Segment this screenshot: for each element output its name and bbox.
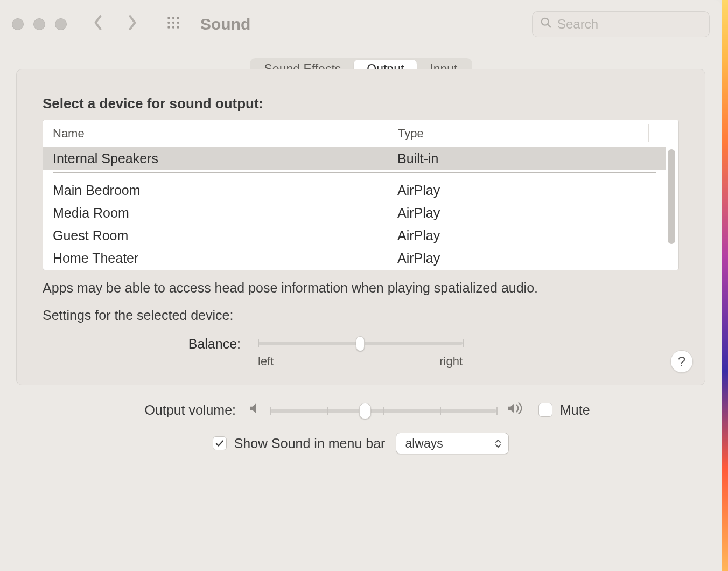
settings-heading: Settings for the selected device: bbox=[17, 300, 705, 336]
search-icon bbox=[540, 17, 552, 32]
output-device-table: Name Type Internal Speakers Built-in Mai… bbox=[43, 120, 679, 270]
device-type: Built-in bbox=[388, 151, 666, 166]
window-title: Sound bbox=[200, 15, 250, 33]
table-row[interactable]: Internal Speakers Built-in bbox=[43, 147, 666, 170]
table-row[interactable]: Guest Room AirPlay bbox=[43, 224, 666, 247]
help-icon: ? bbox=[678, 353, 685, 370]
toolbar: Sound bbox=[0, 0, 722, 48]
footer-controls: Output volume: bbox=[0, 385, 722, 454]
mute-checkbox[interactable] bbox=[538, 403, 552, 417]
help-button[interactable]: ? bbox=[670, 350, 693, 373]
show-all-button[interactable] bbox=[163, 13, 184, 35]
device-type: AirPlay bbox=[388, 205, 666, 221]
volume-thumb[interactable] bbox=[359, 403, 371, 419]
svg-point-5 bbox=[177, 21, 179, 23]
close-window-button[interactable] bbox=[12, 18, 24, 30]
device-name: Guest Room bbox=[43, 228, 388, 243]
volume-high-icon bbox=[505, 401, 527, 419]
svg-point-2 bbox=[177, 17, 179, 19]
device-name: Internal Speakers bbox=[43, 151, 388, 166]
show-in-menubar-checkbox[interactable] bbox=[213, 436, 227, 450]
svg-point-7 bbox=[172, 26, 174, 28]
balance-thumb[interactable] bbox=[356, 336, 365, 351]
column-header-type[interactable]: Type bbox=[388, 124, 648, 142]
spatial-audio-note: Apps may be able to access head pose inf… bbox=[17, 270, 705, 300]
sound-preferences-window: Sound Sound Effects Output Input Select … bbox=[0, 0, 722, 571]
back-button[interactable] bbox=[87, 13, 109, 35]
table-body: Internal Speakers Built-in Main Bedroom … bbox=[43, 147, 678, 269]
output-volume-slider[interactable] bbox=[270, 408, 496, 413]
search-input[interactable] bbox=[557, 17, 702, 32]
desktop-wallpaper-sliver bbox=[722, 0, 728, 571]
device-name: Home Theater bbox=[43, 250, 388, 266]
balance-label: Balance: bbox=[43, 336, 258, 352]
column-header-name[interactable]: Name bbox=[43, 120, 388, 147]
minimize-window-button[interactable] bbox=[33, 18, 45, 30]
balance-track bbox=[258, 342, 463, 345]
table-row[interactable]: Media Room AirPlay bbox=[43, 201, 666, 224]
balance-left-label: left bbox=[258, 354, 274, 368]
table-row[interactable]: Home Theater AirPlay bbox=[43, 247, 666, 269]
search-field[interactable] bbox=[532, 11, 710, 37]
svg-point-1 bbox=[172, 17, 174, 19]
output-volume-label: Output volume: bbox=[16, 402, 248, 418]
checkmark-icon bbox=[215, 438, 225, 448]
table-row[interactable]: Main Bedroom AirPlay bbox=[43, 179, 666, 201]
select-stepper-icon bbox=[494, 439, 502, 448]
table-header: Name Type bbox=[43, 120, 678, 147]
select-device-heading: Select a device for sound output: bbox=[17, 95, 705, 120]
svg-point-4 bbox=[172, 21, 174, 23]
mute-label: Mute bbox=[560, 402, 590, 418]
show-in-menubar-label: Show Sound in menu bar bbox=[234, 436, 386, 451]
device-name: Main Bedroom bbox=[43, 183, 388, 198]
forward-button[interactable] bbox=[122, 13, 143, 35]
svg-point-0 bbox=[167, 17, 170, 19]
window-traffic-lights bbox=[12, 18, 67, 30]
svg-line-10 bbox=[548, 24, 550, 26]
column-header-spacer bbox=[648, 124, 678, 142]
output-panel: Select a device for sound output: Name T… bbox=[16, 69, 705, 385]
svg-point-8 bbox=[177, 26, 179, 28]
balance-slider[interactable]: left right bbox=[258, 336, 463, 368]
device-type: AirPlay bbox=[388, 183, 666, 198]
table-separator bbox=[53, 172, 656, 173]
chevron-left-icon bbox=[92, 15, 104, 34]
svg-point-3 bbox=[167, 21, 170, 23]
menubar-visibility-select[interactable]: always bbox=[396, 433, 509, 454]
zoom-window-button[interactable] bbox=[55, 18, 67, 30]
select-value: always bbox=[405, 436, 443, 451]
device-type: AirPlay bbox=[388, 228, 666, 243]
volume-low-icon bbox=[248, 401, 262, 419]
chevron-right-icon bbox=[127, 15, 138, 34]
svg-point-6 bbox=[167, 26, 170, 28]
device-type: AirPlay bbox=[388, 250, 666, 266]
device-name: Media Room bbox=[43, 205, 388, 221]
grid-icon bbox=[166, 16, 180, 33]
table-scrollbar[interactable] bbox=[668, 149, 675, 244]
volume-track bbox=[270, 409, 496, 413]
balance-right-label: right bbox=[439, 354, 463, 368]
